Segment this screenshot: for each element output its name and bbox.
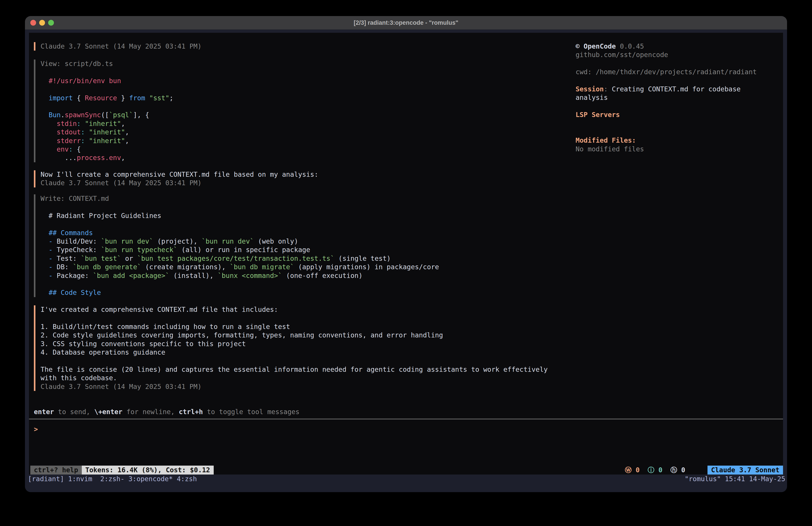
keybinding-hint: enter to send, \+enter for newline, ctrl… — [34, 408, 300, 416]
assistant-summary: I've created a comprehensive CONTEXT.md … — [41, 305, 548, 391]
tool-write-block: Write: CONTEXT.md # Radiant Project Guid… — [34, 194, 439, 297]
terminal-window: [2/3] radiant:3:opencode - "romulus" Cla… — [25, 16, 787, 492]
tool-view-block: View: script/db.ts #!/usr/bin/env bun im… — [34, 59, 173, 162]
tool-write-output: Write: CONTEXT.md # Radiant Project Guid… — [41, 194, 439, 297]
session-sidebar: © OpenCode 0.0.45github.com/sst/opencode… — [576, 42, 757, 153]
input-divider — [29, 418, 783, 420]
assistant-header-block: Claude 3.7 Sonnet (14 May 2025 03:41 PM) — [34, 42, 201, 51]
model-badge: Claude 3.7 Sonnet — [708, 466, 783, 474]
message-input[interactable]: > — [34, 425, 769, 433]
prompt-chevron: > — [34, 425, 38, 433]
status-bar: ctrl+? helpTokens: 16.4K (8%), Cost: $0.… — [30, 466, 783, 474]
assistant-message-block: Now I'll create a comprehensive CONTEXT.… — [34, 170, 318, 187]
assistant-summary-block: I've created a comprehensive CONTEXT.md … — [34, 305, 548, 391]
tool-view-output: View: script/db.ts #!/usr/bin/env bun im… — [41, 59, 173, 162]
tool-accent-bar — [34, 59, 35, 162]
tmux-host-time: "romulus" 15:41 14-May-25 — [684, 475, 785, 483]
diagnostic-indicators: ⓦ 0 ⓘ 0 ⓗ 0 — [625, 466, 685, 475]
message-accent-bar — [34, 305, 35, 391]
assistant-message: Now I'll create a comprehensive CONTEXT.… — [41, 170, 318, 187]
titlebar: [2/3] radiant:3:opencode - "romulus" — [25, 16, 787, 30]
tokens-cost-badge: Tokens: 16.4K (8%), Cost: $0.12 — [82, 466, 214, 474]
message-accent-bar — [34, 170, 35, 187]
tmux-status-bar: [radiant] 1:nvim 2:zsh- 3:opencode* 4:zs… — [25, 474, 787, 483]
message-accent-bar — [34, 42, 35, 51]
tool-accent-bar — [34, 194, 35, 297]
help-shortcut-badge: ctrl+? help — [30, 466, 82, 474]
tmux-window-list: [radiant] 1:nvim 2:zsh- 3:opencode* 4:zs… — [28, 475, 197, 483]
window-title: [2/3] radiant:3:opencode - "romulus" — [25, 16, 787, 29]
assistant-header: Claude 3.7 Sonnet (14 May 2025 03:41 PM) — [41, 42, 201, 51]
terminal-content: Claude 3.7 Sonnet (14 May 2025 03:41 PM)… — [25, 30, 787, 492]
